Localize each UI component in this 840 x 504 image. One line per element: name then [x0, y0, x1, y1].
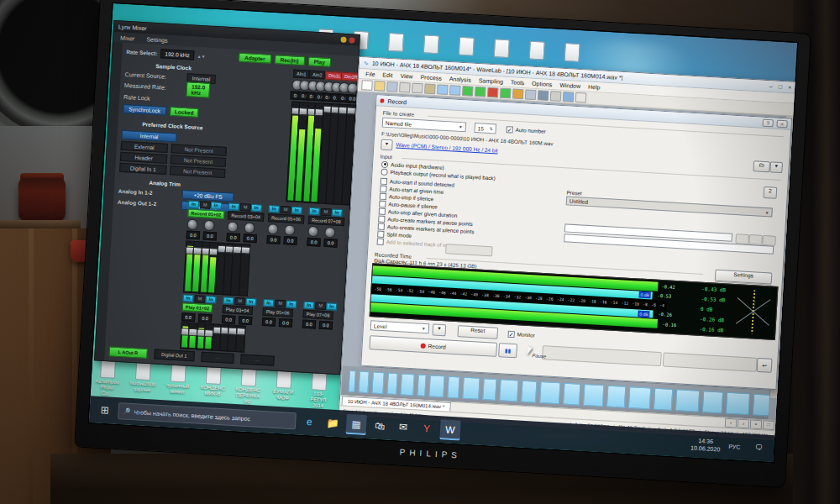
mute-button[interactable]: M — [320, 208, 331, 217]
in-button[interactable]: In — [228, 202, 239, 211]
yandex-icon[interactable]: Y — [416, 418, 437, 439]
start-button[interactable]: ⊞ — [94, 400, 115, 421]
analog-out-label[interactable]: L AOut R — [108, 346, 147, 359]
menu-edit[interactable]: Edit — [382, 72, 392, 79]
level-menu-button[interactable]: ▾ — [432, 323, 446, 336]
save-icon[interactable] — [386, 81, 398, 92]
desktop-icon-1[interactable]: Nodve2000 зарлык — [129, 361, 156, 393]
in-button[interactable]: In — [205, 296, 216, 304]
menu-options[interactable]: Options — [532, 81, 552, 87]
menu-view[interactable]: View — [400, 73, 412, 80]
mixer-icon[interactable] — [563, 92, 575, 102]
wavelab-minimize-button[interactable]: – — [769, 83, 773, 89]
tab-button[interactable]: ∷ — [763, 420, 775, 430]
gain-knob[interactable] — [307, 226, 319, 238]
mute-button[interactable]: M — [194, 295, 205, 303]
in-button[interactable]: In — [188, 200, 199, 208]
wavelab-maximize-button[interactable]: □ — [779, 84, 783, 90]
config-icon[interactable] — [550, 91, 562, 102]
loop-icon[interactable] — [500, 88, 512, 99]
browse-folder-button[interactable]: 🗁 — [753, 160, 770, 172]
cut-icon[interactable] — [399, 82, 411, 93]
dialog-help-button[interactable]: ? — [762, 118, 773, 127]
file-icon[interactable] — [454, 36, 480, 57]
fader-handle[interactable] — [236, 328, 245, 336]
desktop-icon-2[interactable]: чуланный винил — [165, 363, 192, 395]
audio-format-link[interactable]: Wave (PCM) / Stereo / 192 000 Hz / 24 bi… — [396, 142, 498, 154]
menu-window[interactable]: Window — [559, 82, 580, 89]
in-button[interactable]: In — [291, 207, 302, 215]
desktop-icon-6[interactable]: 103-РЕГУЛ 2014 — [305, 371, 332, 409]
file-name-combo[interactable]: Named file▼ — [382, 118, 467, 133]
in-button[interactable]: In — [286, 300, 297, 308]
in-button[interactable]: In — [223, 297, 234, 305]
format-menu-button[interactable]: ▾ — [769, 161, 783, 173]
mute-button[interactable]: M — [281, 206, 291, 214]
in-button[interactable]: In — [303, 302, 314, 310]
rate-spinner[interactable]: ▲▼ — [197, 53, 205, 59]
desktop-icon-0[interactable]: Ashampoo Photo Ca... — [94, 359, 121, 396]
menu-process[interactable]: Process — [420, 74, 442, 81]
dialog-arrow-button[interactable]: ↩ — [757, 358, 773, 373]
help-icon[interactable] — [575, 92, 587, 103]
stop-icon[interactable] — [475, 87, 486, 97]
wavelab-icon[interactable]: W — [439, 419, 460, 440]
digital-out-label[interactable]: Digital Out 1 — [154, 349, 195, 361]
copy-icon[interactable] — [412, 83, 423, 94]
file-icon[interactable] — [418, 34, 444, 55]
mixer-minimize-button[interactable] — [340, 37, 346, 43]
mixer-button-rec(in)[interactable]: Rec(In) — [274, 55, 305, 66]
preset-combo[interactable]: Untitled▼ — [566, 196, 773, 217]
mute-button[interactable]: M — [234, 297, 245, 306]
tab-button[interactable]: › — [738, 419, 750, 429]
wavelab-close-button[interactable]: × — [788, 84, 791, 90]
file-number-spinner[interactable]: 15⇅ — [474, 123, 496, 134]
menu-file[interactable]: File — [365, 71, 375, 77]
marker-drop-button[interactable] — [663, 352, 758, 371]
rate-lock-label[interactable]: Rate Lock — [123, 94, 150, 102]
mute-button[interactable]: M — [200, 201, 211, 209]
marker-icon[interactable] — [512, 89, 524, 100]
marker-btn-1[interactable] — [735, 234, 749, 244]
notification-icon[interactable]: 🗨 — [748, 437, 769, 458]
monitor-checkbox[interactable]: ✓ Monitor — [507, 330, 534, 339]
pause-button[interactable]: ▮▮ — [498, 343, 517, 358]
explorer-icon[interactable]: 📁 — [323, 412, 344, 433]
mute-button[interactable]: M — [275, 300, 286, 308]
new-icon[interactable] — [361, 80, 373, 91]
in-button[interactable]: In — [269, 205, 280, 213]
taskbar-clock[interactable]: 14:36 10.06.2020 — [690, 436, 721, 453]
gain-knob[interactable] — [186, 218, 198, 230]
store-icon[interactable]: 🛍 — [369, 415, 390, 436]
in-button[interactable]: In — [308, 207, 319, 216]
menu-tools[interactable]: Tools — [511, 79, 525, 86]
gain-knob[interactable] — [324, 227, 336, 239]
gain-knob[interactable] — [244, 222, 255, 234]
tab-button[interactable]: + — [750, 419, 763, 429]
mixer-close-button[interactable] — [349, 37, 354, 43]
in-button[interactable]: In — [251, 204, 262, 213]
desktop-icon-3[interactable]: КОНДЕНС МИК-В — [200, 365, 227, 397]
menu-analysis[interactable]: Analysis — [449, 76, 471, 82]
in-button[interactable]: In — [211, 202, 222, 210]
play-icon[interactable] — [462, 86, 474, 97]
paste-icon[interactable] — [424, 83, 436, 94]
level-combo[interactable]: Level▼ — [370, 320, 430, 333]
clock-name[interactable]: Digital In 1 — [119, 163, 167, 175]
mixer-button-play[interactable]: Play — [307, 56, 331, 67]
record-button[interactable]: Record — [369, 335, 497, 357]
dialog-close-button[interactable]: × — [776, 119, 787, 128]
auto-number-checkbox[interactable]: ✓ Auto number — [506, 125, 546, 135]
mixer-button-adapter[interactable]: Adapter — [239, 53, 271, 64]
desktop-icon-4[interactable]: КОНДЕНС ПЕРЕНКА УС — [234, 367, 261, 405]
app-icon[interactable]: ▦ — [346, 414, 367, 435]
language-indicator[interactable]: РУС — [728, 444, 740, 450]
analyze-icon[interactable] — [538, 90, 549, 101]
clock-name[interactable]: External — [121, 141, 169, 153]
gain-knob[interactable] — [267, 223, 279, 235]
mail-icon[interactable]: ✉ — [392, 417, 413, 438]
gain-knob[interactable] — [203, 220, 215, 232]
file-icon[interactable] — [559, 43, 585, 64]
mute-button[interactable]: M — [240, 203, 251, 212]
edge-icon[interactable]: e — [299, 412, 320, 433]
